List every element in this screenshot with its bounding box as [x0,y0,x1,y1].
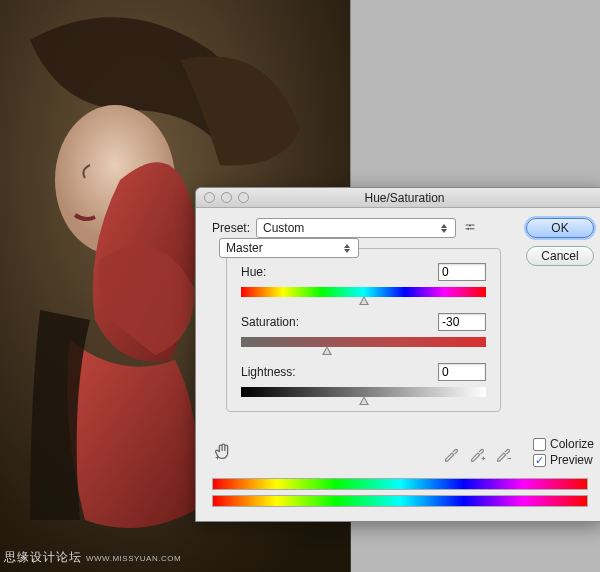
watermark: 思缘设计论坛WWW.MISSYUAN.COM [4,549,181,566]
saturation-label: Saturation: [241,315,299,329]
slider-handle[interactable] [359,296,369,305]
preview-checkbox-row[interactable]: ✓ Preview [533,453,594,467]
channel-select[interactable]: Master [219,238,359,258]
preview-label: Preview [550,453,593,467]
svg-point-2 [469,224,471,226]
preset-menu-icon[interactable] [462,221,478,235]
dialog-titlebar[interactable]: Hue/Saturation [196,188,600,208]
slider-handle[interactable] [359,396,369,405]
colorize-checkbox-row[interactable]: Colorize [533,437,594,451]
svg-rect-6 [466,228,467,229]
slider-handle[interactable] [322,346,332,355]
adjustment-group: Master Hue: Saturation: [226,248,501,412]
chevron-updown-icon [342,244,352,253]
chevron-updown-icon [439,224,449,233]
hue-label: Hue: [241,265,266,279]
eyedropper-minus-icon[interactable] [494,445,512,465]
workspace-background [350,0,600,190]
lightness-slider[interactable] [241,387,486,397]
colorize-label: Colorize [550,437,594,451]
svg-rect-7 [470,228,475,229]
preset-value: Custom [263,221,304,235]
cancel-button[interactable]: Cancel [526,246,594,266]
svg-rect-4 [471,225,474,226]
svg-rect-3 [466,225,469,226]
saturation-row: Saturation: [241,313,486,347]
eyedropper-plus-icon[interactable] [468,445,486,465]
close-icon[interactable] [204,192,215,203]
saturation-input[interactable] [438,313,486,331]
preset-select[interactable]: Custom [256,218,456,238]
lightness-row: Lightness: [241,363,486,397]
lightness-label: Lightness: [241,365,296,379]
hue-input[interactable] [438,263,486,281]
preset-label: Preset: [208,221,250,235]
preview-checkbox[interactable]: ✓ [533,454,546,467]
lightness-input[interactable] [438,363,486,381]
color-range-bars [212,478,588,507]
spectrum-output [212,495,588,507]
colorize-checkbox[interactable] [533,438,546,451]
targeted-adjustment-tool[interactable] [212,441,234,465]
eyedropper-icon[interactable] [442,445,460,465]
saturation-slider[interactable] [241,337,486,347]
hue-slider[interactable] [241,287,486,297]
ok-button[interactable]: OK [526,218,594,238]
spectrum-input[interactable] [212,478,588,490]
minimize-icon[interactable] [221,192,232,203]
dialog-title: Hue/Saturation [249,191,600,205]
window-controls [196,192,249,203]
hue-row: Hue: [241,263,486,297]
hand-icon [212,441,234,465]
svg-point-5 [467,228,469,230]
channel-value: Master [226,241,263,255]
zoom-icon[interactable] [238,192,249,203]
hue-saturation-dialog: Hue/Saturation Preset: Custom Master [195,187,600,522]
